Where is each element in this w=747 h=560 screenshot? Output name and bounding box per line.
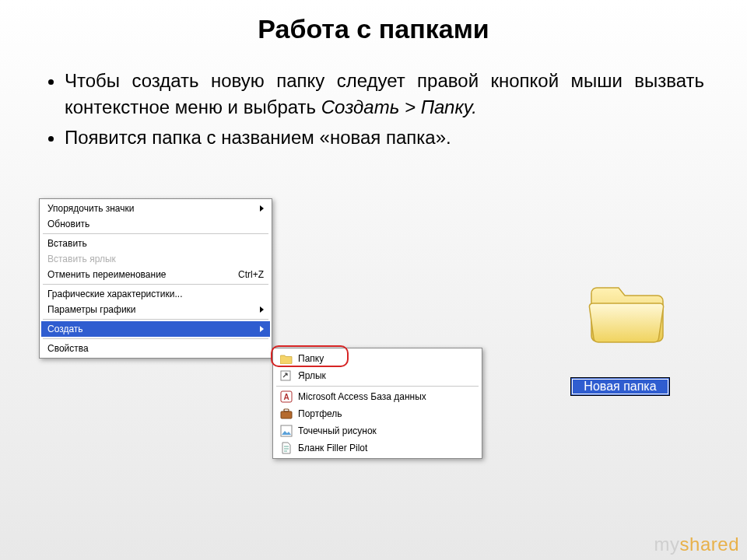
watermark-part-a: my: [654, 534, 680, 555]
submenu-item-label: Бланк Filler Pilot: [298, 443, 367, 453]
submenu-item-label: Точечный рисунок: [298, 425, 377, 436]
submenu-item-label: Папку: [298, 353, 324, 364]
svg-rect-0: [281, 371, 290, 380]
bitmap-icon: [279, 425, 293, 437]
menu-paste[interactable]: Вставить: [41, 236, 270, 251]
submenu-filler-pilot[interactable]: Бланк Filler Pilot: [275, 439, 480, 457]
access-icon: A: [279, 390, 293, 403]
menu-separator: [43, 338, 268, 339]
svg-rect-4: [284, 409, 289, 411]
svg-rect-3: [281, 411, 292, 418]
menu-graphics-chars[interactable]: Графические характеристики...: [41, 286, 270, 302]
menu-refresh[interactable]: Обновить: [41, 216, 270, 232]
new-folder-label[interactable]: Новая папка: [570, 377, 670, 396]
bullet-list: Чтобы создать новую папку следует правой…: [43, 68, 704, 151]
bullet-1-emphasis: Создать > Папку.: [321, 96, 477, 117]
briefcase-icon: [279, 408, 293, 420]
menu-separator: [276, 386, 479, 387]
menu-separator: [43, 284, 268, 285]
submenu-access-db[interactable]: A Microsoft Access База данных: [275, 388, 480, 405]
document-icon: [279, 442, 293, 454]
watermark: myshared: [654, 534, 739, 555]
submenu-briefcase[interactable]: Портфель: [275, 405, 480, 422]
page-title: Работа с папками: [0, 0, 747, 44]
menu-arrange-icons[interactable]: Упорядочить значки: [41, 201, 270, 216]
menu-item-label: Свойства: [47, 343, 264, 354]
menu-item-label: Упорядочить значки: [47, 203, 260, 214]
svg-text:A: A: [283, 393, 289, 401]
menu-create[interactable]: Создать: [41, 321, 270, 337]
menu-item-label: Графические характеристики...: [47, 289, 264, 299]
menu-item-label: Отменить переименование: [47, 269, 223, 280]
folder-icon: [279, 352, 293, 365]
menu-separator: [43, 233, 268, 234]
menu-paste-shortcut: Вставить ярлык: [41, 251, 270, 267]
bullet-2: Появится папка с названием «новая папка»…: [65, 124, 704, 151]
submenu-folder[interactable]: Папку: [275, 350, 480, 367]
menu-item-label: Создать: [47, 324, 260, 334]
menu-item-label: Параметры графики: [47, 304, 260, 315]
menu-item-shortcut: Ctrl+Z: [238, 269, 264, 280]
menu-item-label: Вставить ярлык: [47, 254, 264, 264]
submenu-arrow-icon: [260, 205, 264, 212]
submenu-shortcut[interactable]: Ярлык: [275, 367, 480, 384]
submenu-item-label: Microsoft Access База данных: [298, 391, 426, 402]
submenu-arrow-icon: [260, 306, 264, 313]
menu-item-label: Вставить: [47, 238, 264, 249]
menu-separator: [43, 319, 268, 320]
shortcut-icon: [279, 369, 293, 382]
large-folder-icon: [584, 276, 669, 353]
menu-graphics-params[interactable]: Параметры графики: [41, 302, 270, 317]
bullet-1: Чтобы создать новую папку следует правой…: [65, 68, 704, 120]
menu-undo-rename[interactable]: Отменить переименование Ctrl+Z: [41, 267, 270, 282]
submenu-item-label: Портфель: [298, 408, 342, 419]
watermark-part-b: shared: [680, 534, 739, 555]
screenshot-area: Упорядочить значки Обновить Вставить Вст…: [39, 198, 708, 494]
menu-properties[interactable]: Свойства: [41, 341, 270, 356]
context-menu: Упорядочить значки Обновить Вставить Вст…: [39, 198, 272, 359]
submenu-bitmap[interactable]: Точечный рисунок: [275, 422, 480, 439]
create-submenu: Папку Ярлык A Microsoft Access База данн…: [272, 348, 482, 459]
menu-item-label: Обновить: [47, 219, 264, 229]
submenu-arrow-icon: [260, 326, 264, 332]
submenu-item-label: Ярлык: [298, 370, 326, 381]
